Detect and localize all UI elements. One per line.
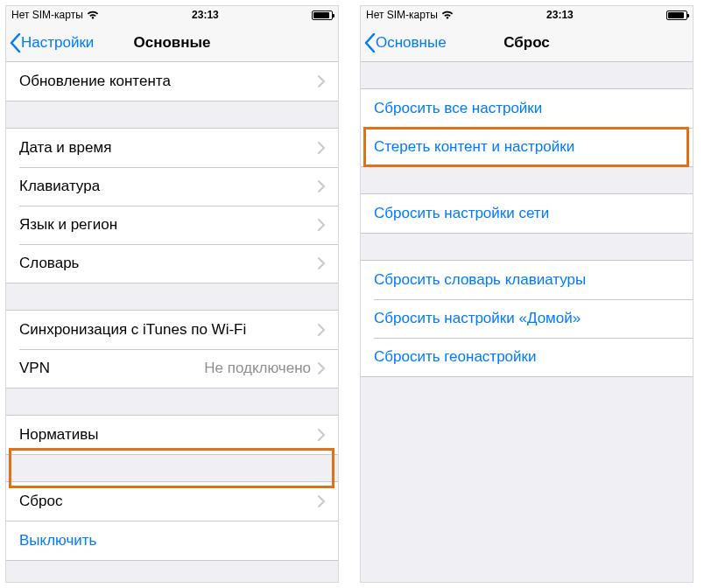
chevron-right-icon — [318, 257, 325, 270]
chevron-right-icon — [318, 429, 325, 441]
chevron-left-icon — [10, 33, 21, 52]
row-erase-content-settings[interactable]: Стереть контент и настройки — [361, 128, 693, 166]
chevron-right-icon — [318, 180, 325, 192]
row-label: Стереть контент и настройки — [374, 138, 679, 156]
phone-reset-settings: Нет SIM-карты 23:13 Основные Сброс Сброс… — [360, 5, 693, 583]
row-vpn[interactable]: VPN Не подключено — [6, 349, 338, 388]
carrier-text: Нет SIM-карты — [366, 9, 438, 21]
row-label: Сброс — [19, 493, 318, 510]
chevron-right-icon — [318, 142, 325, 154]
row-label: Сбросить все настройки — [374, 100, 679, 117]
row-reset-all-settings[interactable]: Сбросить все настройки — [361, 89, 693, 128]
back-button[interactable]: Настройки — [6, 33, 94, 52]
row-shutdown[interactable]: Выключить — [6, 522, 338, 560]
row-label: Сбросить настройки «Домой» — [374, 310, 679, 327]
row-label: Выключить — [19, 532, 325, 550]
row-regulatory[interactable]: Нормативы — [6, 416, 338, 454]
row-label: Сбросить словарь клавиатуры — [374, 271, 679, 289]
chevron-right-icon — [318, 75, 325, 88]
row-label: Обновление контента — [19, 73, 318, 90]
reset-list: Сбросить все настройки Стереть контент и… — [361, 62, 693, 377]
back-label: Настройки — [21, 34, 94, 52]
chevron-left-icon — [364, 33, 376, 52]
row-reset-location-privacy[interactable]: Сбросить геонастройки — [361, 338, 693, 376]
chevron-right-icon — [318, 362, 325, 374]
row-reset[interactable]: Сброс — [6, 482, 338, 521]
chevron-right-icon — [318, 219, 325, 231]
row-reset-network-settings[interactable]: Сбросить настройки сети — [361, 194, 693, 233]
row-label: Словарь — [19, 255, 318, 272]
chevron-right-icon — [318, 495, 325, 508]
nav-bar: Основные Сброс — [361, 24, 693, 62]
nav-bar: Настройки Основные — [6, 24, 338, 62]
clock-text: 23:13 — [546, 9, 574, 21]
settings-list: Обновление контента Дата и время Клавиат… — [6, 62, 338, 561]
row-reset-home-layout[interactable]: Сбросить настройки «Домой» — [361, 299, 693, 338]
back-label: Основные — [376, 34, 447, 52]
row-label: Дата и время — [19, 139, 318, 157]
row-label: Язык и регион — [19, 216, 318, 234]
row-label: Нормативы — [19, 426, 318, 444]
battery-icon — [312, 10, 333, 20]
wifi-icon — [87, 10, 99, 19]
row-dictionary[interactable]: Словарь — [6, 244, 338, 283]
wifi-icon — [441, 10, 454, 19]
row-content-refresh[interactable]: Обновление контента — [6, 62, 338, 101]
row-label: VPN — [19, 360, 204, 377]
carrier-text: Нет SIM-карты — [11, 9, 83, 21]
row-label: Сбросить настройки сети — [374, 205, 679, 222]
row-detail: Не подключено — [204, 360, 311, 377]
status-bar: Нет SIM-карты 23:13 — [361, 6, 693, 24]
row-reset-keyboard-dict[interactable]: Сбросить словарь клавиатуры — [361, 261, 693, 299]
row-label: Синхронизация с iTunes по Wi-Fi — [19, 321, 318, 339]
phone-general-settings: Нет SIM-карты 23:13 Настройки Основные О… — [5, 5, 339, 583]
row-language-region[interactable]: Язык и регион — [6, 206, 338, 244]
battery-icon — [666, 10, 687, 20]
row-keyboard[interactable]: Клавиатура — [6, 167, 338, 206]
row-label: Клавиатура — [19, 178, 318, 195]
row-label: Сбросить геонастройки — [374, 348, 679, 366]
row-itunes-wifi-sync[interactable]: Синхронизация с iTunes по Wi-Fi — [6, 311, 338, 349]
status-bar: Нет SIM-карты 23:13 — [6, 6, 338, 24]
clock-text: 23:13 — [192, 9, 219, 21]
back-button[interactable]: Основные — [361, 33, 447, 52]
chevron-right-icon — [318, 324, 325, 336]
row-date-time[interactable]: Дата и время — [6, 129, 338, 167]
